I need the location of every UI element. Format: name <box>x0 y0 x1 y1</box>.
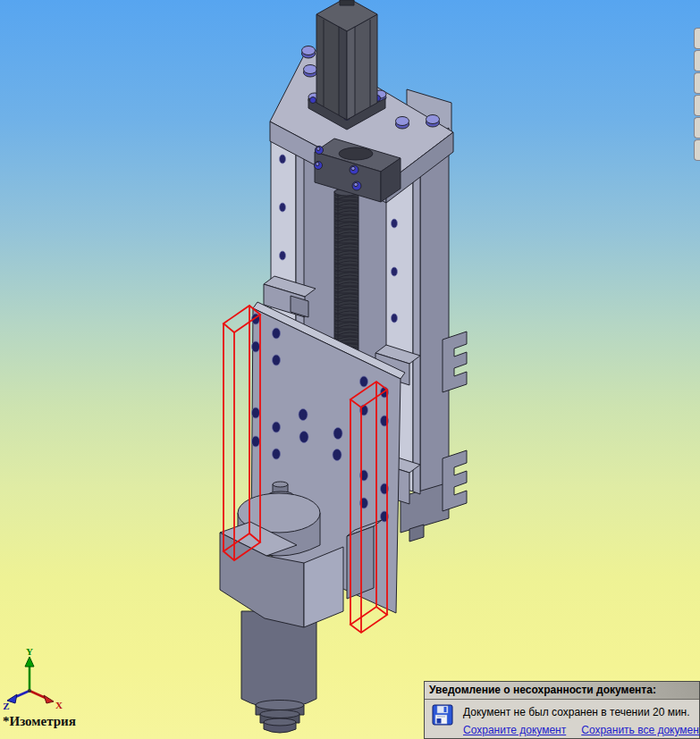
floppy-disk-icon <box>432 703 455 736</box>
y-axis-arrow <box>25 657 34 667</box>
view-orientation-label: *Изометрия <box>3 714 76 729</box>
notification-message: Документ не был сохранен в течении 20 ми… <box>463 703 700 718</box>
toolbar-button[interactable] <box>694 28 700 49</box>
toolbar-button[interactable] <box>694 139 700 161</box>
right-docked-toolbar <box>694 28 700 162</box>
save-all-documents-link[interactable]: Сохранить все документы <box>581 724 700 736</box>
toolbar-button[interactable] <box>694 72 700 94</box>
toolbar-button[interactable] <box>694 117 700 139</box>
cad-viewport: Y X Z *Изометрия Уведомление о несохранн… <box>0 0 700 739</box>
stepper-motor[interactable] <box>308 0 385 130</box>
z-axis-label: Z <box>3 701 9 711</box>
collet-chuck <box>256 701 304 734</box>
unsaved-document-notification: Уведомление о несохранности документа: Д… <box>424 681 700 739</box>
save-document-link[interactable]: Сохраните документ <box>463 724 566 736</box>
toolbar-button[interactable] <box>694 50 700 71</box>
x-axis-label: X <box>55 700 63 710</box>
y-axis-label: Y <box>26 646 33 657</box>
x-axis-arrow <box>44 695 54 703</box>
ball-screw[interactable] <box>334 189 358 365</box>
toolbar-button[interactable] <box>694 95 700 116</box>
notification-title: Уведомление о несохранности документа: <box>425 682 699 700</box>
cad-model <box>0 0 700 739</box>
